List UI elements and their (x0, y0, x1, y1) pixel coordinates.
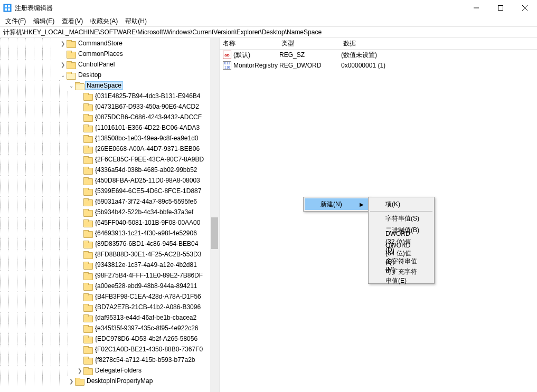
binary-value-icon: 011110 (223, 61, 231, 70)
tree-label: {2F6CE85C-F9EE-43CA-90C7-8A9BD (94, 156, 205, 163)
expander-icon[interactable]: ❯ (59, 62, 67, 68)
minimize-button[interactable] (464, 0, 488, 16)
tree-label: {f8278c54-a712-415b-b593-b77a2b (94, 356, 196, 364)
ctx-new[interactable]: 新建(N) ▶ 项(K) 字符串值(S) 二进制值(B) DWORD (32 位… (305, 198, 368, 210)
tree-label: {64693913-1c21-4f30-a98f-4e52906 (94, 230, 198, 237)
string-value-icon: ab (223, 51, 231, 59)
folder-icon (75, 82, 83, 89)
expander-icon[interactable]: ⌄ (59, 72, 67, 78)
value-row[interactable]: 011110MonitorRegistryREG_DWORD0x00000001… (220, 60, 537, 71)
tree-item-guid[interactable]: {9343812e-1c37-4a49-a12e-4b2d81 (0, 260, 219, 270)
value-row[interactable]: ab(默认)REG_SZ(数值未设置) (220, 50, 537, 60)
tree-item-guid[interactable]: {BD7A2E7B-21CB-41b2-A086-B3096 (0, 302, 219, 312)
tree-label: {450D8FBA-AD25-11D0-98A8-08003 (94, 177, 201, 184)
tree-item-guid[interactable]: {450D8FBA-AD25-11D0-98A8-08003 (0, 175, 219, 186)
tree-label: {138508bc-1e03-49ea-9c8f-ea9e1d0 (94, 135, 200, 142)
tree-label: CommonPlaces (77, 50, 124, 58)
tree-label: {BD7A2E7B-21CB-41b2-A086-B3096 (94, 303, 202, 311)
tree-item-guid[interactable]: {f8278c54-a712-415b-b593-b77a2b (0, 355, 219, 365)
folder-icon (67, 40, 75, 47)
tree-item-guid[interactable]: {B4FB3F98-C1EA-428d-A78A-D1F56 (0, 291, 219, 302)
expander-icon[interactable]: ❯ (68, 378, 75, 384)
tree-item-DesktopIniPropertyMap[interactable]: ❯DesktopIniPropertyMap (0, 376, 219, 386)
tree-item-guid[interactable]: {a00ee528-ebd9-48b8-944a-894211 (0, 281, 219, 291)
tree-item-CommandStore[interactable]: ❯CommandStore (0, 38, 219, 49)
tree-item-guid[interactable]: {98F275B4-4FFF-11E0-89E2-7B86DF (0, 270, 219, 281)
tree-label: {8FD8B88D-30E1-4F25-AC2B-553D3 (94, 251, 202, 258)
menu-view[interactable]: 查看(V) (59, 16, 86, 26)
tree-item-guid[interactable]: {8FD8B88D-30E1-4F25-AC2B-553D3 (0, 249, 219, 260)
menu-bar: 文件(F) 编辑(E) 查看(V) 收藏夹(A) 帮助(H) (0, 16, 537, 26)
folder-icon (83, 103, 92, 110)
expander-icon[interactable]: ⌄ (68, 83, 75, 89)
tree-label: {EDC978D6-4D53-4b2f-A265-58056 (94, 335, 199, 342)
folder-icon (83, 336, 92, 342)
tree-label: DesktopIniPropertyMap (86, 377, 154, 385)
tree-item-guid[interactable]: {5399E694-6CE5-4D6C-8FCE-1D887 (0, 186, 219, 196)
tree-item-guid[interactable]: {5b934b42-522b-4c34-bbfe-37a3ef (0, 207, 219, 217)
col-name[interactable]: 名称 (220, 39, 278, 48)
tree-item-guid[interactable]: {4336a54d-038b-4685-ab02-99bb52 (0, 165, 219, 175)
folder-icon (83, 209, 92, 216)
tree-label: {04731B67-D933-450a-90E6-4ACD2 (94, 103, 200, 110)
tree-label: {a00ee528-ebd9-48b8-944a-894211 (94, 282, 199, 290)
values-pane[interactable]: 名称 类型 数据 ab(默认)REG_SZ(数值未设置)011110Monito… (220, 38, 537, 392)
tree-item-guid[interactable]: {e345f35f-9397-435c-8f95-4e922c26 (0, 323, 219, 333)
folder-icon (83, 177, 92, 184)
expander-icon[interactable]: ❯ (76, 368, 83, 374)
tree-item-guid[interactable]: {11016101-E366-4D22-BC06-4ADA3 (0, 122, 219, 133)
tree-item-guid[interactable]: {645FF040-5081-101B-9F08-00AA00 (0, 217, 219, 228)
ctx-new-string[interactable]: 字符串值(S) (370, 213, 433, 224)
tree-item-ControlPanel[interactable]: ❯ControlPanel (0, 59, 219, 70)
tree-item-guid[interactable]: {26EE0668-A00A-44D7-9371-BEB06 (0, 144, 219, 154)
folder-icon (75, 378, 83, 385)
tree-label: {5b934b42-522b-4c34-bbfe-37a3ef (94, 208, 194, 216)
tree-item-guid[interactable]: {F02C1A0D-BE21-4350-88B0-7367F0 (0, 344, 219, 355)
tree-item-guid[interactable]: {EDC978D6-4D53-4b2f-A265-58056 (0, 333, 219, 344)
tree-item-guid[interactable]: {89D83576-6BD1-4c86-9454-BEB04 (0, 238, 219, 249)
tree-item-guid[interactable]: {04731B67-D933-450a-90E6-4ACD2 (0, 101, 219, 112)
tree-label: {B4FB3F98-C1EA-428d-A78A-D1F56 (94, 293, 202, 300)
tree-item-guid[interactable]: {2F6CE85C-F9EE-43CA-90C7-8A9BD (0, 154, 219, 165)
tree-label: {e345f35f-9397-435c-8f95-4e922c26 (94, 324, 200, 332)
svg-rect-3 (5, 8, 7, 11)
tree-label: {11016101-E366-4D22-BC06-4ADA3 (94, 124, 201, 131)
col-data[interactable]: 数据 (340, 39, 537, 48)
ctx-new-expand[interactable]: 可扩充字符串值(E) (370, 271, 433, 282)
tree-item-guid[interactable]: {031E4825-7B94-4dc3-B131-E946B4 (0, 91, 219, 101)
scroll-thumb[interactable] (211, 217, 218, 249)
tree-item-guid[interactable]: {138508bc-1e03-49ea-9c8f-ea9e1d0 (0, 133, 219, 144)
app-icon (3, 4, 12, 12)
tree-scrollbar[interactable] (210, 38, 219, 392)
maximize-button[interactable] (488, 0, 513, 16)
tree-item-CommonPlaces[interactable]: CommonPlaces (0, 49, 219, 59)
address-bar[interactable]: 计算机\HKEY_LOCAL_MACHINE\SOFTWARE\Microsof… (0, 26, 537, 38)
col-type[interactable]: 类型 (278, 39, 340, 48)
ctx-new-key[interactable]: 项(K) (370, 198, 433, 210)
folder-icon (83, 156, 92, 163)
tree-item-guid[interactable]: {64693913-1c21-4f30-a98f-4e52906 (0, 228, 219, 238)
tree-item-guid[interactable]: {0875DCB6-C686-4243-9432-ADCCF (0, 112, 219, 122)
folder-icon (83, 293, 92, 300)
tree-pane[interactable]: ❯CommandStoreCommonPlaces❯ControlPanel⌄D… (0, 38, 220, 392)
tree-label: {645FF040-5081-101B-9F08-00AA00 (94, 219, 201, 226)
menu-favorites[interactable]: 收藏夹(A) (87, 16, 121, 26)
titlebar: 注册表编辑器 (0, 0, 537, 16)
folder-icon (83, 357, 92, 364)
tree-item-Desktop[interactable]: ⌄Desktop (0, 70, 219, 80)
tree-item-guid[interactable]: {daf95313-e44d-46af-be1b-cbacea2 (0, 312, 219, 323)
tree-label: DelegateFolders (94, 367, 143, 374)
folder-icon (83, 135, 92, 142)
menu-file[interactable]: 文件(F) (2, 16, 29, 26)
folder-icon (83, 93, 92, 100)
close-button[interactable] (513, 0, 537, 16)
expander-icon[interactable]: ❯ (59, 41, 67, 46)
tree-item-namespace[interactable]: ⌄NameSpace (0, 80, 219, 91)
tree-item-DelegateFolders[interactable]: ❯DelegateFolders (0, 365, 219, 376)
tree-label: {26EE0668-A00A-44D7-9371-BEB06 (94, 145, 201, 152)
tree-item-guid[interactable]: {59031a47-3f72-44a7-89c5-5595fe6 (0, 196, 219, 207)
menu-help[interactable]: 帮助(H) (122, 16, 150, 26)
tree-label: {5399E694-6CE5-4D6C-8FCE-1D887 (94, 187, 202, 195)
menu-edit[interactable]: 编辑(E) (30, 16, 58, 26)
folder-icon (83, 262, 92, 269)
